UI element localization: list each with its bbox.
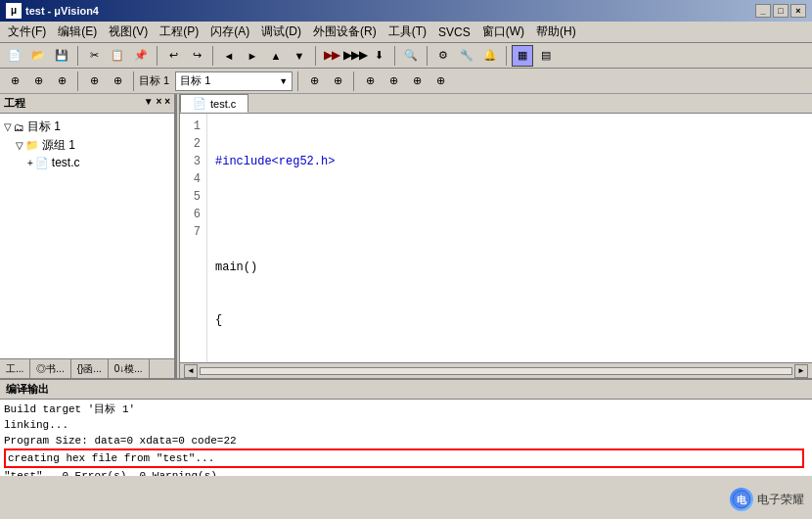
scroll-track[interactable] (200, 367, 792, 375)
svg-text:电: 电 (737, 495, 747, 505)
view-toggle-button[interactable]: ▦ (512, 45, 533, 67)
tree-item-sourcegroup1[interactable]: ▽ 📁 源组 1 (4, 136, 170, 155)
line-num-1: 1 (186, 118, 201, 135)
menu-file[interactable]: 文件(F) (2, 22, 52, 42)
app-icon: μ (6, 3, 22, 19)
menu-flash[interactable]: 闪存(A) (204, 22, 255, 42)
testc-file-icon: 📄 (35, 157, 49, 169)
sep2-3 (297, 71, 298, 91)
tree-item-sourcegroup1-label: 源组 1 (42, 137, 75, 154)
output-panel: 编译输出 Build target '目标 1' linking... Prog… (0, 378, 812, 476)
toolbar2-btn10[interactable]: ⊕ (406, 71, 428, 92)
project-tab-project[interactable]: 工... (0, 359, 30, 378)
menu-view[interactable]: 视图(V) (103, 22, 154, 42)
tree-item-target1[interactable]: ▽ 🗂 目标 1 (4, 118, 170, 136)
output-line-3: Program Size: data=0 xdata=0 code=22 (4, 433, 808, 448)
toolbar2-btn4[interactable]: ⊕ (83, 71, 105, 92)
nav-up-button[interactable]: ▲ (265, 45, 287, 67)
project-header-controls: ▼ × × (144, 96, 170, 111)
project-tab-books[interactable]: ◎书... (30, 359, 70, 378)
source1-folder-icon: 📁 (25, 139, 39, 152)
code-line-1: #include<reg52.h> (215, 153, 804, 170)
search-button[interactable]: 🔍 (400, 45, 422, 67)
target-dropdown[interactable]: 目标 1 ▼ (175, 71, 293, 91)
debug-settings-button[interactable]: 🔧 (456, 45, 477, 67)
menu-peripherals[interactable]: 外围设备(R) (307, 22, 383, 42)
code-line-3: main() (215, 259, 804, 276)
copy-button[interactable]: 📋 (107, 45, 128, 67)
toolbar2-btn1[interactable]: ⊕ (4, 71, 25, 92)
cut-button[interactable]: ✂ (83, 45, 105, 67)
alert-button[interactable]: 🔔 (479, 45, 501, 67)
tree-item-testc[interactable]: + 📄 test.c (4, 155, 170, 170)
toolbar2-btn8[interactable]: ⊕ (359, 71, 381, 92)
close-button[interactable]: × (790, 4, 806, 18)
output-line-5: "test" - 0 Error(s), 0 Warning(s). (4, 468, 808, 476)
view-toggle2-button[interactable]: ▤ (535, 45, 557, 67)
toolbar2-btn2[interactable]: ⊕ (27, 71, 49, 92)
line-numbers: 1 2 3 4 5 6 7 (180, 114, 207, 362)
menu-edit[interactable]: 编辑(E) (52, 22, 103, 42)
undo-button[interactable]: ↩ (162, 45, 184, 67)
toolbar2-btn7[interactable]: ⊕ (327, 71, 348, 92)
code-content[interactable]: #include<reg52.h> main() { P0=0xfe; retu… (207, 114, 812, 362)
redo-button[interactable]: ↪ (186, 45, 207, 67)
watermark: 电 电子荣耀 (730, 488, 804, 511)
project-tree: ▽ 🗂 目标 1 ▽ 📁 源组 1 + 📄 test.c (0, 114, 174, 358)
expand-target1-icon: ▽ (4, 121, 12, 132)
code-editor[interactable]: 1 2 3 4 5 6 7 #include<reg52.h> main() {… (180, 114, 812, 362)
nav-fwd-button[interactable]: ► (242, 45, 263, 67)
title-text: test - μVision4 (25, 5, 99, 17)
scroll-right-button[interactable]: ► (794, 364, 808, 378)
maximize-button[interactable]: □ (773, 4, 789, 18)
menu-help[interactable]: 帮助(H) (530, 22, 582, 42)
nav-back-button[interactable]: ◄ (218, 45, 240, 67)
build-all-button[interactable]: ▶▶▶ (344, 45, 366, 67)
toolbar2-btn11[interactable]: ⊕ (429, 71, 451, 92)
line-num-5: 5 (186, 188, 201, 206)
load-button[interactable]: ⬇ (368, 45, 389, 67)
code-line-2 (215, 206, 804, 223)
toolbar2-btn5[interactable]: ⊕ (107, 71, 128, 92)
target-label: 目标 1 (139, 73, 169, 88)
toolbar2-btn9[interactable]: ⊕ (383, 71, 404, 92)
output-header: 编译输出 (0, 380, 812, 400)
open-file-button[interactable]: 📂 (27, 45, 49, 67)
nav-down-button[interactable]: ▼ (289, 45, 310, 67)
watermark-label: 电子荣耀 (757, 492, 804, 508)
menu-bar: 文件(F) 编辑(E) 视图(V) 工程(P) 闪存(A) 调试(D) 外围设备… (0, 22, 812, 43)
project-tab-funcs[interactable]: {}函... (71, 359, 109, 378)
menu-svcs[interactable]: SVCS (432, 24, 476, 41)
editor-area: 📄 test.c 1 2 3 4 5 6 7 #include<reg52.h>… (180, 94, 812, 378)
scroll-left-button[interactable]: ◄ (184, 364, 198, 378)
toolbar2-btn6[interactable]: ⊕ (303, 71, 325, 92)
line-num-6: 6 (186, 206, 201, 223)
toolbar2-btn3[interactable]: ⊕ (51, 71, 72, 92)
plus-testc-icon: + (27, 158, 33, 168)
menu-debug[interactable]: 调试(D) (255, 22, 307, 42)
build-button[interactable]: ▶▶ (321, 45, 342, 67)
sep2-2 (133, 71, 134, 91)
menu-window[interactable]: 窗口(W) (476, 22, 530, 42)
minimize-button[interactable]: _ (755, 4, 771, 18)
output-title: 编译输出 (6, 383, 49, 395)
line-num-3: 3 (186, 153, 201, 170)
editor-tab-testc[interactable]: 📄 test.c (180, 94, 248, 113)
sep-1 (77, 46, 78, 66)
settings-button[interactable]: ⚙ (432, 45, 454, 67)
project-tab-templates[interactable]: 0↓模... (109, 359, 150, 378)
sep-2 (157, 46, 158, 66)
target-dropdown-value: 目标 1 (180, 73, 210, 88)
watermark-svg-icon: 电 (732, 490, 751, 509)
main-area: 工程 ▼ × × ▽ 🗂 目标 1 ▽ 📁 源组 1 + 📄 test.c (0, 94, 812, 378)
project-header: 工程 ▼ × × (0, 94, 174, 114)
toolbar-1: 📄 📂 💾 ✂ 📋 📌 ↩ ↪ ◄ ► ▲ ▼ ▶▶ ▶▶▶ ⬇ 🔍 ⚙ 🔧 🔔… (0, 43, 812, 69)
line-num-4: 4 (186, 170, 201, 188)
editor-scrollbar[interactable]: ◄ ► (180, 362, 812, 378)
new-file-button[interactable]: 📄 (4, 45, 25, 67)
paste-button[interactable]: 📌 (130, 45, 152, 67)
save-button[interactable]: 💾 (51, 45, 72, 67)
sep-5 (394, 46, 395, 66)
menu-tools[interactable]: 工具(T) (383, 22, 432, 42)
menu-project[interactable]: 工程(P) (154, 22, 204, 42)
